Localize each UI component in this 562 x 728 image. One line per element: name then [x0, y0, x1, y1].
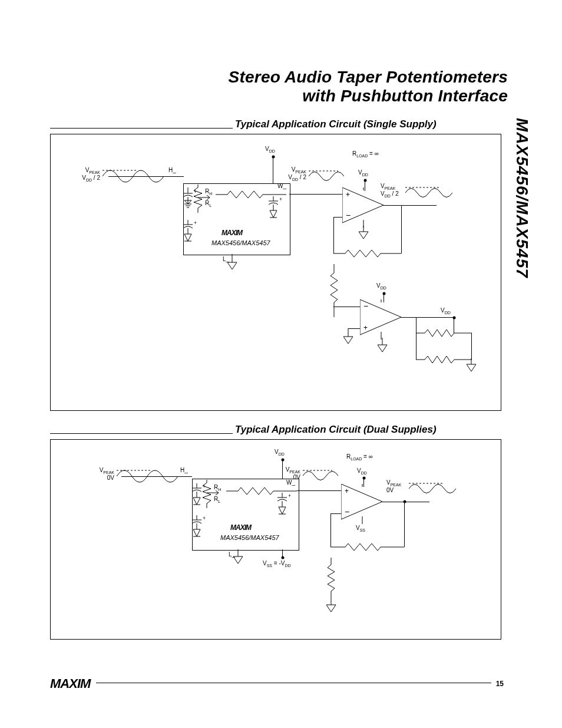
- polar-cap-icon: +: [183, 187, 201, 223]
- svg-text:−: −: [363, 301, 368, 311]
- svg-marker-36: [467, 364, 476, 371]
- opamp-icon: − +: [360, 299, 413, 341]
- page-title: Stereo Audio Taper Potentiometers with P…: [50, 68, 508, 106]
- svg-text:+: +: [194, 220, 197, 226]
- svg-text:−: −: [346, 210, 351, 220]
- section1-heading-text: Typical Application Circuit (Single Supp…: [235, 118, 437, 130]
- svg-text:+: +: [203, 483, 206, 489]
- section2-header: Typical Application Circuit (Dual Suppli…: [50, 424, 518, 436]
- svg-marker-33: [343, 337, 353, 344]
- svg-text:+: +: [279, 196, 282, 202]
- svg-marker-15: [270, 210, 277, 218]
- title-line1: Stereo Audio Taper Potentiometers: [229, 68, 508, 86]
- svg-text:+: +: [203, 515, 206, 521]
- title-line2: with Pushbutton Interface: [302, 87, 508, 105]
- page-number: 15: [496, 680, 504, 688]
- svg-text:+: +: [345, 487, 349, 495]
- svg-marker-48: [193, 529, 200, 536]
- section1-header: Typical Application Circuit (Single Supp…: [50, 118, 518, 130]
- svg-marker-63: [326, 605, 336, 612]
- maxim-logo: MAXIM: [50, 676, 90, 691]
- part-number-sidebar: MAX5456/MAX5457: [513, 118, 531, 278]
- svg-text:+: +: [363, 324, 368, 332]
- svg-marker-17: [227, 262, 237, 269]
- svg-marker-35: [378, 345, 387, 352]
- svg-text:+: +: [288, 493, 291, 499]
- ground-icon: [343, 328, 355, 346]
- svg-text:−: −: [345, 507, 349, 516]
- dual-supply-circuit-diagram: VDD RLOAD = ∞ VPEAK 0V H_ MAXIM MAX5456/…: [50, 439, 501, 640]
- section2-heading-text: Typical Application Circuit (Dual Suppli…: [235, 424, 437, 436]
- ground-icon: [359, 226, 371, 240]
- page-footer: MAXIM 15: [50, 676, 504, 691]
- svg-text:+: +: [194, 189, 197, 195]
- svg-marker-53: [279, 507, 286, 514]
- svg-marker-55: [233, 556, 243, 564]
- svg-marker-24: [359, 232, 368, 239]
- svg-text:+: +: [346, 190, 350, 199]
- svg-marker-10: [184, 234, 191, 241]
- ground-icon: [227, 254, 239, 272]
- svg-marker-43: [193, 498, 200, 505]
- single-supply-circuit-diagram: VDD RLOAD = ∞ VPEAK VDD / 2 H_ MAXIM MAX…: [50, 134, 501, 411]
